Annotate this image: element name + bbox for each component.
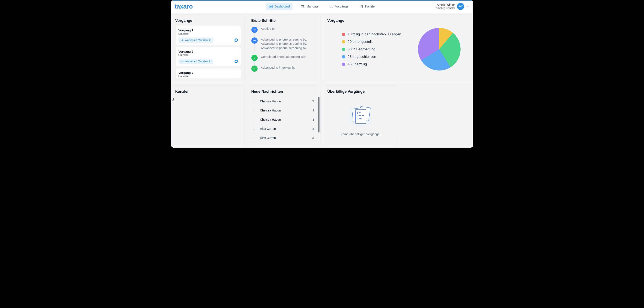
message-sender: Chelsea Hagon bbox=[260, 100, 309, 103]
message-item[interactable]: Chelsea Hagon 3 bbox=[251, 97, 317, 106]
process-title: Vorgang 3 bbox=[178, 71, 238, 75]
legend-item: 15 überfällig bbox=[342, 62, 401, 66]
status-badge: Wartet auf Mandant:in bbox=[178, 59, 213, 64]
card-overdue: Überfällige Vorgänge bbox=[324, 86, 396, 146]
message-count: 3 bbox=[312, 100, 314, 103]
message-sender: Chelsea Hagon bbox=[260, 118, 309, 121]
app-window: taxaro Dashboard Mandate Vorgänge Kanzle… bbox=[171, 0, 473, 148]
card-pie-title: Vorgänge bbox=[328, 19, 469, 23]
message-item[interactable]: Alex Curren 3 bbox=[251, 124, 317, 133]
svg-point-6 bbox=[182, 40, 182, 40]
legend-dot bbox=[342, 33, 345, 36]
process-subtitle: Untertitel bbox=[178, 32, 238, 35]
bullet-icon bbox=[253, 119, 255, 121]
empty-state-illustration bbox=[347, 103, 374, 128]
legend-dot bbox=[342, 55, 345, 59]
legend-dot bbox=[342, 48, 345, 51]
svg-rect-3 bbox=[330, 5, 333, 8]
main-nav: Dashboard Mandate Vorgänge Kanzlei bbox=[266, 3, 378, 10]
nav-vorgaenge-label: Vorgänge bbox=[335, 5, 348, 8]
message-count: 3 bbox=[312, 118, 314, 121]
pie-chart bbox=[418, 28, 460, 71]
radio-indicator[interactable] bbox=[234, 39, 238, 42]
message-count: 3 bbox=[312, 136, 314, 140]
bullet-icon bbox=[253, 109, 255, 112]
user-text: Amelie Winter Amelies Kanzlei bbox=[436, 3, 455, 10]
process-subtitle: Untertitel bbox=[178, 54, 238, 57]
card-messages-title: Neue Nachrichten bbox=[251, 89, 317, 94]
message-count: 3 bbox=[312, 127, 314, 130]
avatar: AW bbox=[457, 3, 464, 10]
columns-icon bbox=[329, 4, 334, 9]
scrollbar-thumb[interactable] bbox=[318, 97, 320, 132]
process-title: Vorgang 2 bbox=[178, 50, 238, 53]
dashboard-icon bbox=[268, 4, 273, 9]
check-icon bbox=[251, 66, 258, 72]
waiting-icon bbox=[180, 60, 184, 63]
arrow-icon bbox=[251, 38, 258, 44]
nav-kanzlei-label: Kanzlei bbox=[365, 5, 375, 8]
timeline-item: Completed phone screening with bbox=[251, 55, 317, 61]
nav-dashboard[interactable]: Dashboard bbox=[266, 3, 292, 10]
building-icon bbox=[359, 4, 363, 9]
pie-legend: 10 fällig in den nächsten 30 Tagen 20 be… bbox=[342, 32, 401, 66]
legend-item: 25 abgeschlossen bbox=[342, 55, 401, 59]
process-subtitle: Untertitel bbox=[178, 75, 238, 78]
process-item[interactable]: Vorgang 3 Untertitel bbox=[175, 68, 241, 79]
kanzlei-value: 2 bbox=[172, 98, 241, 102]
logo[interactable]: taxaro bbox=[175, 3, 193, 10]
process-item[interactable]: Vorgang 2 Untertitel Wartet auf Mandant:… bbox=[175, 47, 241, 66]
card-first-steps-title: Erste Schritte bbox=[251, 19, 317, 23]
legend-item: 30 in Bearbeitung bbox=[342, 47, 401, 51]
message-item[interactable]: Alex Curren 3 bbox=[251, 133, 317, 142]
status-badge: Wartet auf Mandant:in bbox=[178, 38, 213, 43]
message-sender: Chelsea Hagon bbox=[260, 109, 309, 112]
card-first-steps: Erste Schritte Applied to Advanced to ph… bbox=[248, 15, 320, 82]
message-item[interactable]: Chelsea Hagon 3 bbox=[251, 106, 317, 115]
arrow-icon bbox=[251, 27, 258, 33]
timeline-text: Advanced to interview by bbox=[261, 66, 296, 70]
timeline-item: Applied to bbox=[251, 27, 317, 33]
timeline: Applied to Advanced to phone screening b… bbox=[251, 27, 317, 72]
user-menu[interactable]: Amelie Winter Amelies Kanzlei AW bbox=[436, 3, 469, 10]
process-item[interactable]: Vorgang 1 Untertitel Wartet auf Mandant:… bbox=[175, 26, 241, 45]
empty-state-text: Keine überfälligen Vorgänge bbox=[340, 132, 380, 136]
timeline-item: Advanced to phone screening by. Advanced… bbox=[251, 38, 317, 50]
nav-vorgaenge[interactable]: Vorgänge bbox=[326, 3, 351, 10]
chevron-down-icon bbox=[466, 5, 469, 8]
legend-dot bbox=[342, 40, 345, 44]
timeline-text: Completed phone screening with bbox=[261, 55, 306, 59]
card-messages: Neue Nachrichten Chelsea Hagon 3 Chelsea… bbox=[248, 86, 320, 146]
timeline-item: Advanced to interview by bbox=[251, 66, 317, 72]
message-count: 3 bbox=[312, 109, 314, 112]
card-pie: Vorgänge 10 fällig in den nächsten 30 Ta… bbox=[324, 15, 472, 82]
card-processes-title: Vorgänge bbox=[175, 19, 241, 23]
status-label: Wartet auf Mandant:in bbox=[185, 39, 211, 42]
svg-rect-4 bbox=[360, 5, 363, 8]
card-overdue-title: Überfällige Vorgänge bbox=[328, 89, 393, 94]
timeline-text: Applied to bbox=[261, 27, 275, 31]
card-kanzlei-title: Kanzlei bbox=[175, 89, 241, 94]
legend-item: 20 bereitgestellt bbox=[342, 40, 401, 44]
nav-mandate[interactable]: Mandate bbox=[298, 3, 322, 10]
status-label: Wartet auf Mandant:in bbox=[185, 60, 211, 63]
dashboard-grid: Vorgänge Vorgang 1 Untertitel Wartet auf… bbox=[171, 13, 473, 148]
card-kanzlei: Kanzlei 2 bbox=[172, 86, 244, 146]
nav-mandate-label: Mandate bbox=[306, 5, 318, 8]
legend-dot bbox=[342, 63, 345, 66]
legend-item: 10 fällig in den nächsten 30 Tagen bbox=[342, 32, 401, 36]
svg-point-8 bbox=[182, 61, 182, 61]
process-title: Vorgang 1 bbox=[178, 29, 238, 32]
check-icon bbox=[251, 55, 258, 61]
nav-kanzlei[interactable]: Kanzlei bbox=[356, 3, 378, 10]
waiting-icon bbox=[180, 39, 184, 42]
user-sub: Amelies Kanzlei bbox=[436, 7, 455, 10]
message-item[interactable]: Chelsea Hagon 3 bbox=[251, 115, 317, 124]
bullet-icon bbox=[253, 100, 255, 102]
svg-point-2 bbox=[303, 6, 304, 6]
people-icon bbox=[300, 4, 305, 9]
radio-indicator[interactable] bbox=[234, 60, 238, 63]
nav-dashboard-label: Dashboard bbox=[274, 5, 290, 8]
user-name: Amelie Winter bbox=[436, 3, 455, 7]
message-sender: Alex Curren bbox=[260, 127, 309, 130]
